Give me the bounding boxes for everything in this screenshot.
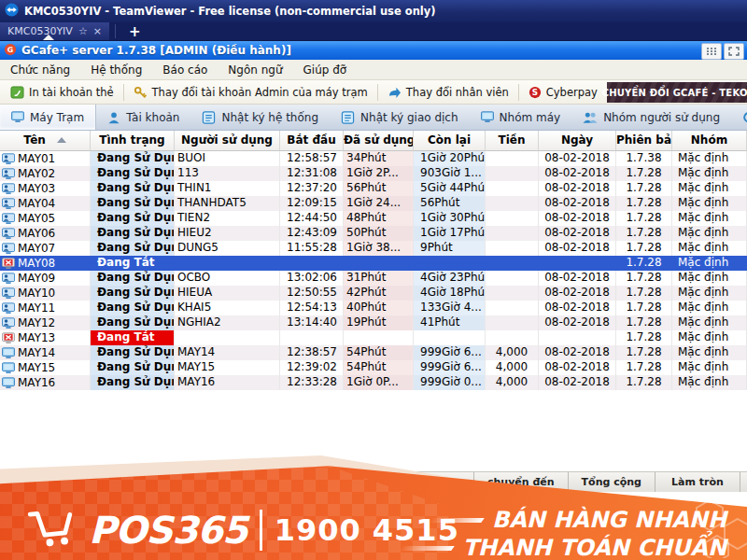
- column-header-remaining-label: Còn lại: [428, 133, 471, 147]
- table-row-may14[interactable]: MAY14Đang Sử DụngMAY1412:38:5754Phút999G…: [0, 345, 747, 360]
- cell-money: [486, 211, 539, 226]
- toolbar-separator: [377, 84, 378, 101]
- toolbar-thay-doi-tai-khoan-admin[interactable]: Thay đổi tài khoản Admin của máy trạm: [127, 84, 374, 101]
- menu-chuc-nang[interactable]: Chức năng: [0, 63, 80, 77]
- cell-start: 12:39:02: [280, 360, 344, 375]
- monitor-user-icon: [2, 168, 15, 180]
- menu-bao-cao[interactable]: Báo cáo: [152, 63, 218, 77]
- cell-date: 08-02-2018: [539, 375, 616, 390]
- menu-he-thong[interactable]: Hệ thống: [80, 63, 152, 77]
- fullscreen-button[interactable]: [724, 43, 744, 60]
- tab-nhat-ky-giao-dich[interactable]: Nhật ký giao dịch: [330, 105, 470, 130]
- promo-banner[interactable]: CHUYỂN ĐỔI GCAFÉ - TEKO!: [607, 82, 747, 103]
- column-header-user[interactable]: Người sử dụng: [175, 131, 280, 151]
- cell-user: MAY15: [175, 360, 280, 375]
- table-row-may02[interactable]: MAY02Đang Sử Dụng11312:31:081Giờ 2P...90…: [0, 166, 747, 181]
- tab-nhom-nguoi-su-dung[interactable]: Nhóm người sử dụng: [571, 105, 731, 130]
- tab-dich-vu[interactable]: Dịch vụ: [731, 105, 747, 130]
- column-header-version[interactable]: Phiên bản: [616, 131, 672, 151]
- tab-tai-khoan[interactable]: Tài khoản: [96, 105, 190, 130]
- column-header-start[interactable]: Bắt đầu: [280, 131, 344, 151]
- cell-used: 19Phút: [344, 315, 414, 330]
- statusbar: chuyển đếnTổng cộngLàm tròn: [0, 471, 747, 492]
- cell-remaining: 999Giờ 0...: [414, 375, 486, 390]
- toolbar-thay-doi-nhan-vien-label: Thay đổi nhân viên: [406, 86, 509, 99]
- statusbar-tong-cong[interactable]: Tổng cộng: [568, 472, 655, 492]
- column-header-group[interactable]: Nhóm: [672, 131, 747, 151]
- people-icon: [583, 111, 598, 124]
- cell-remaining: 1Giờ 30Phút: [414, 211, 486, 226]
- cell-name: MAY11: [0, 301, 91, 315]
- cell-remaining: 4Giờ 23Phút: [414, 271, 486, 286]
- new-session-button[interactable]: +: [121, 22, 148, 40]
- close-tab-icon[interactable]: ×: [93, 25, 102, 37]
- cell-user: MAY14: [175, 345, 280, 360]
- menu-ngon-ngu[interactable]: Ngôn ngữ: [218, 63, 292, 77]
- monitor-user-icon: [2, 273, 15, 285]
- statusbar-lam-tron[interactable]: Làm tròn: [655, 472, 740, 492]
- cell-name: MAY04: [0, 196, 91, 211]
- cell-used: 42Phút: [344, 286, 414, 301]
- cell-status: Đang Sử Dụng: [91, 315, 175, 330]
- cell-version: 1.7.28: [616, 226, 672, 241]
- monitor-off-icon: [2, 332, 15, 344]
- cell-date: 08-02-2018: [539, 315, 616, 330]
- monitor-icon: [2, 362, 15, 374]
- table-row-may15[interactable]: MAY15Đang Sử DụngMAY1512:39:0254Phút999G…: [0, 360, 747, 375]
- table-row-may01[interactable]: MAY01Đang Sử DụngBUOI12:58:5734Phút1Giờ …: [0, 151, 747, 166]
- column-header-user-label: Người sử dụng: [181, 133, 273, 147]
- teamviewer-session-tab[interactable]: KMC0530YIV ☆ ×: [0, 22, 109, 40]
- table-row-may03[interactable]: MAY03Đang Sử DụngTHIN112:37:2056Phút5Giờ…: [0, 181, 747, 196]
- cell-status: Đang Sử Dụng: [91, 360, 175, 375]
- cell-group: Mặc định: [672, 181, 747, 196]
- cell-remaining: 903Giờ 1...: [414, 166, 486, 181]
- cell-date: 08-02-2018: [539, 360, 616, 375]
- cell-date: 08-02-2018: [539, 181, 616, 196]
- menu-giup-do[interactable]: Giúp đỡ: [293, 63, 358, 77]
- svg-text:S: S: [532, 88, 538, 97]
- cell-used: 1Giờ 24...: [344, 196, 414, 211]
- grid-view-button[interactable]: [701, 43, 722, 60]
- cell-used: [344, 256, 414, 271]
- teamviewer-logo-icon: [5, 3, 19, 21]
- cell-money: [486, 286, 539, 301]
- tab-nhom-may-label: Nhóm máy: [500, 111, 561, 124]
- column-header-date[interactable]: Ngày: [539, 131, 616, 151]
- column-header-status[interactable]: Tình trạng: [91, 131, 175, 151]
- log-icon: [202, 111, 216, 124]
- column-header-date-label: Ngày: [561, 133, 593, 147]
- column-header-used[interactable]: Đã sử dụng: [344, 131, 414, 151]
- table-row-may16[interactable]: MAY16Đang Sử DụngMAY1612:33:281Giờ 0P...…: [0, 375, 747, 390]
- toolbar: In tài khoản thẻThay đổi tài khoản Admin…: [0, 80, 747, 105]
- machine-name: MAY06: [18, 227, 55, 241]
- table-row-may06[interactable]: MAY06Đang Sử DụngHIEU212:43:0950Phút1Giờ…: [0, 226, 747, 241]
- table-row-may11[interactable]: MAY11Đang Sử DụngKHAI512:54:1340Phút133G…: [0, 301, 747, 315]
- machine-name: MAY11: [18, 301, 55, 315]
- column-header-name[interactable]: Tên: [0, 131, 91, 151]
- cell-name: MAY06: [0, 226, 91, 241]
- column-header-remaining[interactable]: Còn lại: [414, 131, 486, 151]
- tab-nhat-ky-he-thong[interactable]: Nhật ký hệ thống: [190, 105, 330, 130]
- toolbar-in-tai-khoan-the[interactable]: In tài khoản thẻ: [4, 84, 120, 101]
- table-row-may08[interactable]: MAY08Đang Tắt1.7.28Mặc định: [0, 256, 747, 271]
- statusbar-chuyen-den[interactable]: chuyển đến: [473, 472, 568, 492]
- table-row-may04[interactable]: MAY04Đang Sử DụngTHANHDAT512:09:151Giờ 2…: [0, 196, 747, 211]
- table-row-may10[interactable]: MAY10Đang Sử DụngHIEUA12:50:5542Phút4Giờ…: [0, 286, 747, 301]
- toolbar-cyberpay[interactable]: SCyberpay: [522, 84, 604, 101]
- tab-may-tram[interactable]: Máy Trạm: [0, 105, 96, 130]
- cell-status: Đang Sử Dụng: [91, 196, 175, 211]
- cell-used: 1Giờ 38...: [344, 241, 414, 256]
- table-row-may09[interactable]: MAY09Đang Sử DụngOCBO13:02:0631Phút4Giờ …: [0, 271, 747, 286]
- cell-user: OCBO: [175, 271, 280, 286]
- table-row-may13[interactable]: MAY13Đang Tắt1.7.28Mặc định: [0, 330, 747, 345]
- table-row-may05[interactable]: MAY05Đang Sử DụngTIEN212:44:5048Phút1Giờ…: [0, 211, 747, 226]
- machine-name: MAY12: [18, 316, 55, 330]
- machine-name: MAY15: [18, 361, 55, 375]
- toolbar-thay-doi-nhan-vien[interactable]: Thay đổi nhân viên: [381, 84, 515, 101]
- column-header-money[interactable]: Tiền: [486, 131, 539, 151]
- table-row-may07[interactable]: MAY07Đang Sử DụngDUNG511:55:281Giờ 38...…: [0, 241, 747, 256]
- favorite-star-icon[interactable]: ☆: [78, 25, 88, 37]
- cell-remaining: 999Giờ 6...: [414, 360, 486, 375]
- tab-nhom-may[interactable]: Nhóm máy: [470, 105, 572, 130]
- table-row-may12[interactable]: MAY12Đang Sử DụngNGHIA213:14:4019Phút41P…: [0, 315, 747, 330]
